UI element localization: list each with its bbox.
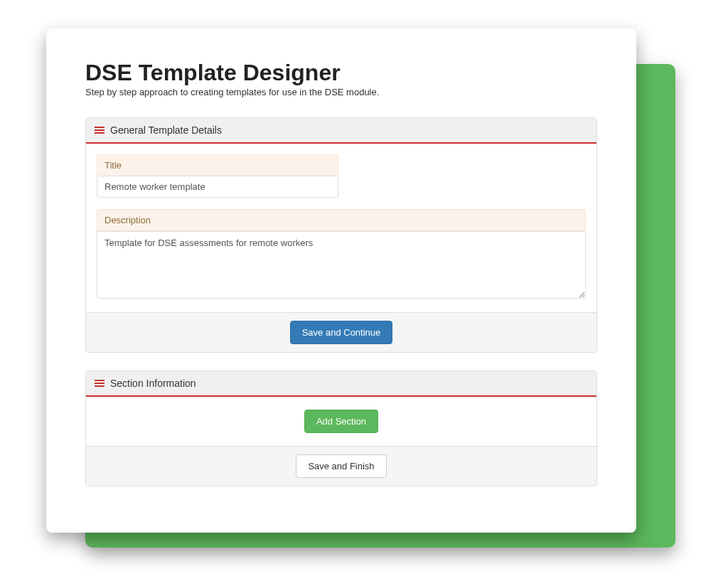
general-details-panel: General Template Details Title Descripti… — [85, 117, 597, 353]
page-subtitle: Step by step approach to creating templa… — [85, 87, 597, 97]
main-card: DSE Template Designer Step by step appro… — [46, 28, 636, 533]
menu-icon — [95, 379, 105, 388]
save-continue-button[interactable]: Save and Continue — [290, 321, 393, 344]
add-section-button[interactable]: Add Section — [304, 410, 378, 433]
general-details-footer: Save and Continue — [86, 312, 596, 352]
section-info-title: Section Information — [110, 378, 196, 389]
menu-icon — [95, 126, 105, 134]
page-title: DSE Template Designer — [85, 60, 597, 85]
general-details-title: General Template Details — [110, 124, 222, 136]
section-info-header: Section Information — [86, 371, 596, 397]
section-info-body: Add Section — [86, 397, 596, 446]
section-info-panel: Section Information Add Section Save and… — [85, 370, 597, 486]
title-label: Title — [97, 154, 338, 176]
description-field-group: Description — [97, 209, 586, 302]
title-field-group: Title — [97, 154, 586, 198]
general-details-body: Title Description — [86, 144, 596, 312]
save-finish-button[interactable]: Save and Finish — [296, 454, 386, 478]
description-textarea[interactable] — [97, 231, 586, 299]
description-label: Description — [97, 209, 586, 231]
section-info-footer: Save and Finish — [86, 446, 596, 486]
title-input[interactable] — [97, 176, 338, 198]
general-details-header: General Template Details — [86, 118, 596, 144]
